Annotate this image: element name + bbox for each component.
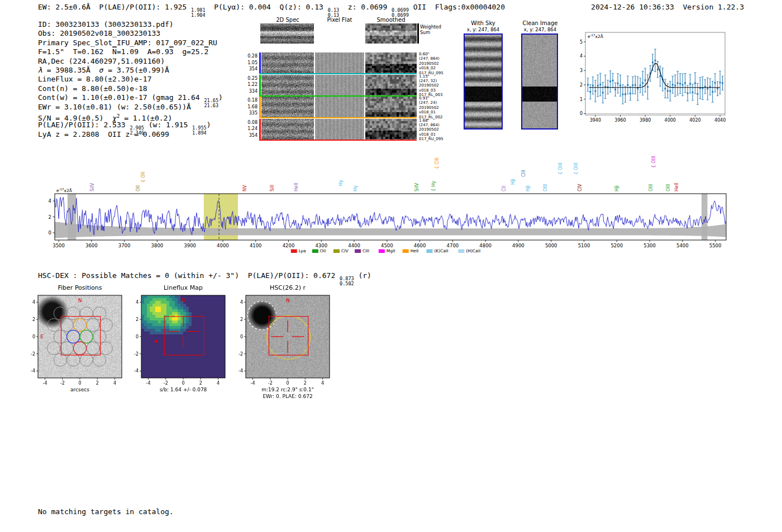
- emission-line-label: { OIII: [651, 156, 656, 168]
- weighted-sum-2dspec-image: [260, 23, 314, 44]
- axis-tick-label: 4900: [512, 243, 524, 248]
- cutout-scale-value: 1.05: [240, 60, 258, 66]
- cutout-scale-value: 0.18: [240, 97, 258, 104]
- emission-line-label: OIII: [666, 184, 671, 191]
- info-line: RA,Dec (224.460297,51.091160): [38, 57, 223, 66]
- with-sky-coords: x, y: 247, 864: [458, 27, 508, 32]
- emission-line-label: OIII: [649, 184, 654, 191]
- legend-swatch: [355, 250, 361, 253]
- cutout-scale-value: 334: [240, 88, 258, 95]
- cutout-image-smoothed: [365, 75, 417, 95]
- emission-line-label: OII: [136, 185, 141, 191]
- detection-info-block: ID: 3003230133 (3003230133.pdf)Obs: 2019…: [38, 20, 223, 139]
- axis-tick-label: 2: [136, 317, 139, 322]
- cutout-annotation: 20190502: [419, 127, 461, 132]
- emission-line-label: { CIII: [434, 157, 440, 169]
- emission-line-label: Hγ: [353, 185, 358, 191]
- axis-tick-label: 3800: [151, 243, 164, 248]
- axis-tick-label: 1: [580, 97, 583, 102]
- with-sky-image-frame: [464, 33, 503, 130]
- cutout-annotation: v018_03: [419, 88, 461, 93]
- cutout-image-2dspec: [261, 75, 314, 95]
- column-header-pixelflat: Pixel Flat: [315, 17, 364, 23]
- axis-tick-label: 4000: [665, 118, 676, 123]
- elixer-report-page: EW: 2.5±0.6Å P(LAE)/P(OII): 1.925 1.9811…: [0, 0, 782, 532]
- cutout-row-underline: [259, 140, 417, 141]
- cutout-annotation: v018_01: [419, 110, 461, 114]
- info-line: P(LAE)/P(OII): 2.533 2.9052.346 (w: 1.91…: [38, 121, 223, 130]
- axis-tick-label: 0: [136, 334, 139, 339]
- axis-tick-label: -4: [251, 381, 255, 386]
- cutout-scale-value: 354: [240, 66, 258, 73]
- lineflux-map-xlabel: s/b: 1.64 +/- 0.078: [133, 387, 233, 392]
- axis-tick-label: -2: [134, 352, 139, 357]
- cutout-annotation: (247, 864): [419, 123, 461, 127]
- header-timestamp: 2024-12-26 10:36:33 Version 1.22.3: [591, 3, 744, 11]
- clean-image-title: Clean Image: [517, 20, 564, 26]
- column-header-2dspec: 2D Spec: [261, 17, 314, 23]
- axis-tick-label: 3940: [590, 118, 601, 123]
- axis-tick-label: 4: [49, 198, 51, 204]
- cutout-image-pixelflat: [315, 52, 364, 73]
- axis-tick-label: -2: [31, 352, 35, 357]
- cutout-row-scale-labels: 0.251.22334: [240, 75, 258, 95]
- cutout-image-2dspec: [261, 97, 314, 117]
- axis-tick-label: 4: [136, 300, 139, 305]
- axis-tick-label: 4: [240, 300, 243, 305]
- axis-tick-label: 5200: [611, 243, 623, 248]
- panelHsc-image: [246, 295, 330, 378]
- axis-box: [585, 32, 725, 115]
- cutout-image-pixelflat: [315, 75, 364, 95]
- legend-label: MgII: [387, 248, 395, 253]
- axis-tick-label: 2: [304, 381, 307, 386]
- emission-line-label: SiII: [270, 185, 275, 191]
- catalog-note-line-1: No matching targets in catalog.: [38, 507, 174, 517]
- fiber-positions-panel: Fiber Positions arcsecs -4-4-2-2002244NE: [17, 282, 131, 404]
- cutout-row-scale-labels: 0.081.24354: [240, 119, 258, 139]
- flux-units-annotation: e-17x2Å: [588, 33, 604, 39]
- legend-label: HeII: [411, 248, 419, 253]
- cutout-row-scale-labels: 0.181.68335: [240, 97, 258, 117]
- axis-tick-label: 0: [240, 334, 243, 339]
- weighted-sum-smoothed-image: [365, 23, 417, 44]
- cutout-image-smoothed: [365, 97, 417, 117]
- emission-line-label: HeII: [294, 183, 299, 191]
- axis-tick-label: 2: [32, 317, 35, 322]
- axis-tick-label: 4040: [714, 118, 726, 123]
- legend-swatch: [379, 250, 385, 253]
- axis-tick-label: 0: [49, 230, 51, 236]
- info-line: ID: 3003230133 (3003230133.pdf): [38, 20, 223, 29]
- axis-tick-label: -4: [134, 368, 139, 373]
- cutout-scale-value: 1.22: [240, 82, 258, 88]
- cutout-image-pixelflat: [315, 97, 364, 117]
- legend-label: OII: [320, 248, 326, 253]
- emission-line-label: HeII: [674, 183, 679, 191]
- panelLineflux-image: [141, 295, 225, 378]
- cutout-annotation: 0.91": [419, 96, 461, 100]
- axis-tick-label: 2: [580, 83, 583, 88]
- cutout-annotation: 1.15": [419, 74, 461, 79]
- uncertainty-range: 1.9551.894: [192, 126, 207, 136]
- axis-tick-label: 0: [32, 334, 35, 339]
- gaussian-fit-line: [589, 64, 720, 88]
- cutout-image-smoothed: [365, 119, 417, 140]
- info-line: Obs: 20190502v018_3003230133: [38, 29, 223, 38]
- axis-tick-label: 2: [49, 214, 51, 220]
- cutout-row-annotations: 0.91"(247, 24)20190502v018_01017_RL_002: [419, 96, 461, 119]
- cutout-annotation: (247, 24): [419, 100, 461, 105]
- cutout-annotation: (247, 864): [419, 56, 461, 61]
- legend-label: (K)CaII: [434, 248, 448, 253]
- axis-tick-label: 4600: [414, 243, 426, 248]
- hsc-cutout-title: HSC(26.2) r: [246, 284, 330, 291]
- axis-tick-label: 5000: [545, 243, 557, 248]
- cutout-annotation: 017_RU_095: [419, 137, 461, 141]
- emission-line-label: CIII: [521, 170, 526, 177]
- axis-tick-label: 4400: [348, 243, 360, 248]
- emission-line-label: SiIV: [90, 183, 95, 191]
- clean-image-coords: x, y: 247, 864: [515, 27, 565, 32]
- lineflux-map-title: Lineflux Map: [141, 284, 225, 291]
- axis-tick-label: 0: [286, 381, 289, 386]
- legend-label: CIV: [341, 248, 349, 253]
- uncertainty-range: 0.8730.502: [340, 276, 354, 286]
- axis-tick-label: 0: [78, 381, 81, 386]
